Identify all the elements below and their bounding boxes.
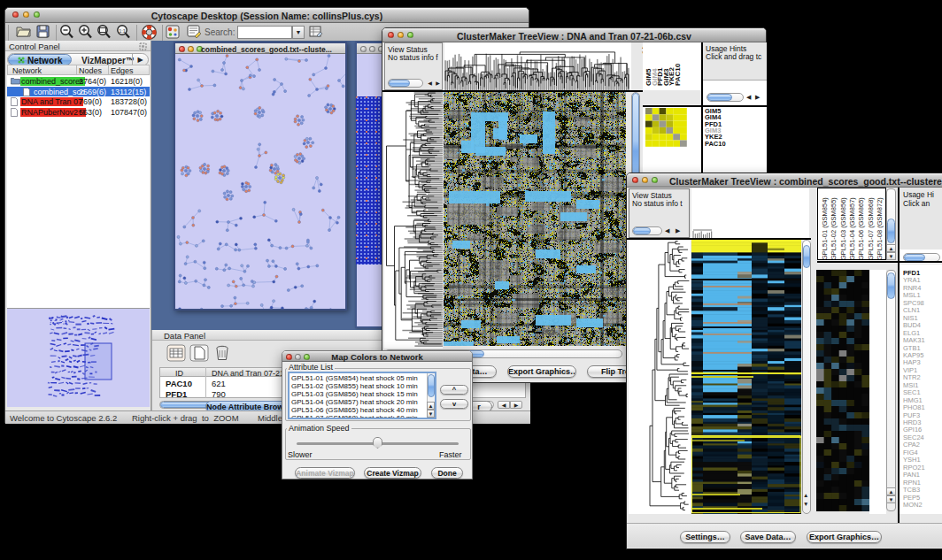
svg-text:1:1: 1:1: [119, 28, 126, 34]
